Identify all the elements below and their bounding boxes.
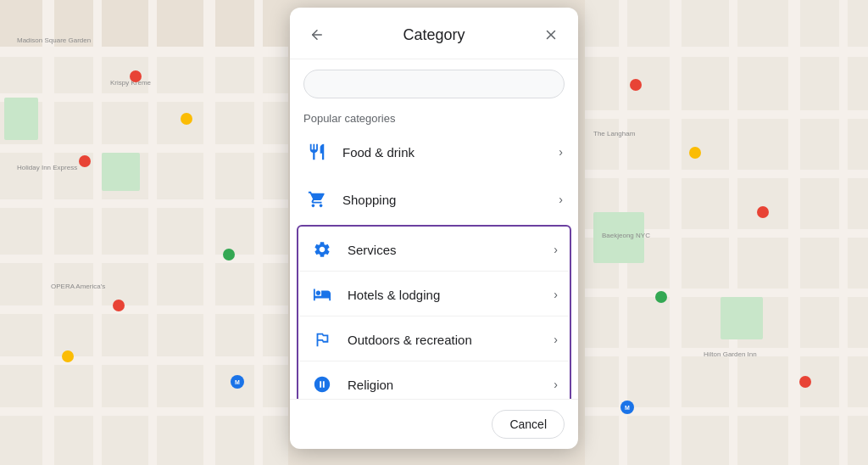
food-drink-icon <box>305 140 329 164</box>
hotels-label: Hotels & lodging <box>348 288 547 302</box>
category-item-hotels[interactable]: Hotels & lodging › <box>298 272 570 317</box>
svg-point-40 <box>181 113 192 125</box>
svg-text:Krispy Kreme: Krispy Kreme <box>110 79 152 87</box>
svg-rect-26 <box>788 0 800 465</box>
search-input[interactable] <box>318 77 550 91</box>
svg-point-43 <box>113 300 125 311</box>
outdoors-icon <box>310 328 334 351</box>
shopping-label: Shopping <box>342 193 552 207</box>
svg-point-41 <box>79 155 91 167</box>
svg-text:The Langham: The Langham <box>593 130 636 137</box>
religion-chevron: › <box>554 378 558 391</box>
hotels-chevron: › <box>554 288 558 301</box>
svg-point-45 <box>630 79 642 91</box>
svg-text:Baekjeong NYC: Baekjeong NYC <box>602 232 650 239</box>
modal-footer: Cancel <box>290 399 578 449</box>
services-icon <box>310 238 334 261</box>
svg-rect-25 <box>729 0 737 465</box>
highlighted-group: Services › Hotels & lodging › <box>297 225 571 399</box>
religion-icon <box>310 373 334 396</box>
svg-rect-11 <box>93 0 102 465</box>
svg-rect-20 <box>585 289 868 297</box>
outdoors-chevron: › <box>554 333 558 346</box>
categories-list: Food & drink › Shopping › <box>290 128 578 399</box>
cancel-button[interactable]: Cancel <box>492 410 565 439</box>
svg-point-48 <box>655 291 667 303</box>
hotels-icon <box>310 283 334 306</box>
svg-point-42 <box>223 249 235 261</box>
shopping-icon <box>305 188 329 211</box>
category-item-outdoors[interactable]: Outdoors & recreation › <box>298 317 570 361</box>
category-item-shopping[interactable]: Shopping › <box>290 176 578 223</box>
shopping-chevron: › <box>559 193 563 206</box>
religion-label: Religion <box>348 378 547 392</box>
modal-title: Category <box>331 26 537 44</box>
svg-text:Madison Square Garden: Madison Square Garden <box>17 36 91 44</box>
svg-rect-18 <box>585 170 868 178</box>
svg-rect-31 <box>721 297 763 339</box>
svg-rect-10 <box>42 0 54 465</box>
svg-text:OPERA America's: OPERA America's <box>51 283 105 290</box>
svg-point-49 <box>799 376 811 388</box>
category-item-services[interactable]: Services › <box>298 227 570 272</box>
category-modal: Category Popular categories <box>290 8 578 449</box>
close-button[interactable] <box>537 21 565 48</box>
outdoors-label: Outdoors & recreation <box>348 333 547 347</box>
svg-rect-29 <box>102 153 140 191</box>
svg-text:M: M <box>235 379 240 385</box>
svg-text:M: M <box>625 405 630 411</box>
svg-text:Holiday Inn Express: Holiday Inn Express <box>17 164 77 171</box>
svg-point-39 <box>130 70 142 82</box>
services-label: Services <box>348 243 547 257</box>
svg-point-46 <box>689 147 701 159</box>
back-button[interactable] <box>303 21 331 48</box>
search-bar[interactable] <box>303 70 565 98</box>
svg-rect-14 <box>254 0 263 465</box>
section-label: Popular categories <box>290 105 578 128</box>
modal-header: Category <box>290 8 578 59</box>
svg-rect-27 <box>839 0 848 465</box>
svg-point-47 <box>757 206 769 218</box>
svg-rect-17 <box>585 110 868 119</box>
svg-rect-12 <box>148 0 157 465</box>
svg-text:Hilton Garden Inn: Hilton Garden Inn <box>704 350 757 358</box>
food-drink-chevron: › <box>559 145 563 159</box>
svg-rect-13 <box>203 0 215 465</box>
svg-rect-16 <box>585 47 868 57</box>
services-chevron: › <box>554 243 558 256</box>
category-item-food-drink[interactable]: Food & drink › <box>290 128 578 176</box>
svg-rect-24 <box>670 0 682 465</box>
category-item-religion[interactable]: Religion › <box>298 361 570 399</box>
svg-rect-28 <box>4 98 38 140</box>
svg-point-44 <box>62 350 74 362</box>
food-drink-label: Food & drink <box>342 145 552 160</box>
